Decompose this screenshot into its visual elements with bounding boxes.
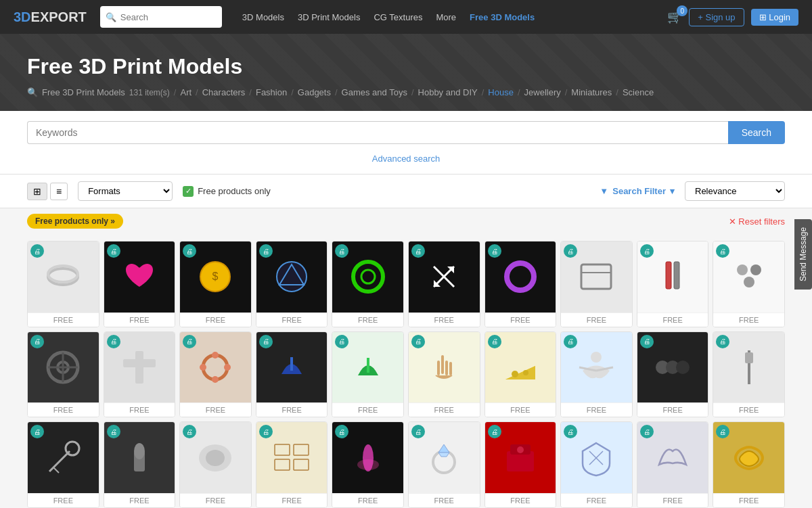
item-count: 131 item(s) [129, 88, 170, 97]
toolbar-right: ▼ Search Filter ▾ Relevance Newest Oldes… [600, 181, 785, 201]
print-badge: 🖨 [564, 335, 577, 348]
svg-rect-58 [294, 444, 309, 455]
svg-rect-59 [294, 459, 309, 470]
product-label: FREE [409, 313, 480, 327]
svg-point-50 [66, 442, 79, 455]
cat-characters[interactable]: Characters [202, 87, 246, 97]
reset-filters-link[interactable]: ✕ Reset filters [729, 216, 785, 227]
advanced-search-link[interactable]: Advanced search [372, 154, 440, 164]
nav-3d-print[interactable]: 3D Print Models [298, 12, 360, 22]
print-badge: 🖨 [488, 244, 501, 258]
free-only-filter[interactable]: ✓ Free products only [183, 186, 271, 197]
send-message-tab[interactable]: Send Message [794, 218, 812, 289]
svg-point-17 [737, 264, 748, 275]
svg-rect-56 [275, 444, 290, 455]
advanced-search-link-container: Advanced search [27, 149, 785, 170]
list-view-button[interactable]: ≡ [50, 183, 68, 200]
product-label: FREE [28, 313, 99, 327]
signup-button[interactable]: + Sign up [689, 8, 744, 26]
keyword-search: Search [27, 121, 785, 144]
product-card[interactable]: 🖨FREE [637, 241, 709, 327]
login-button[interactable]: ⊞ Login [751, 9, 798, 26]
product-card[interactable]: 🖨FREE [713, 421, 785, 508]
header-search-input[interactable] [120, 12, 217, 22]
logo[interactable]: 3DEXPORT [14, 9, 87, 25]
product-card[interactable]: 🖨FREE [484, 241, 557, 327]
cat-house[interactable]: House [488, 87, 514, 97]
nav-more[interactable]: More [436, 12, 456, 22]
product-card[interactable]: 🖨FREE [560, 331, 633, 418]
cart-icon[interactable]: 🛒 0 [667, 9, 682, 24]
product-card[interactable]: 🖨FREE [408, 421, 480, 508]
search-filter-label: Search Filter [612, 186, 666, 196]
product-card[interactable]: 🖨FREE [637, 331, 709, 418]
product-label: FREE [409, 493, 480, 507]
nav-free-3d[interactable]: Free 3D Models [470, 12, 535, 22]
keyword-input[interactable] [27, 121, 728, 144]
main-nav: 3D Models 3D Print Models CG Textures Mo… [242, 12, 535, 22]
product-card[interactable]: 🖨FREE [484, 331, 557, 418]
grid-view-button[interactable]: ⊞ [27, 183, 47, 200]
product-card[interactable]: 🖨FREE [560, 241, 633, 327]
product-card[interactable]: 🖨FREE [560, 421, 633, 508]
cat-gadgets[interactable]: Gadgets [298, 87, 331, 97]
product-card[interactable]: 🖨FREE [332, 331, 404, 418]
svg-point-30 [200, 364, 206, 371]
product-card[interactable]: 🖨FREE [104, 241, 176, 327]
svg-point-39 [512, 371, 518, 377]
cat-science[interactable]: Science [623, 87, 654, 97]
search-icon-bc: 🔍 [27, 87, 38, 97]
view-icons: ⊞ ≡ [27, 183, 68, 200]
banner: Free 3D Print Models 🔍 Free 3D Print Mod… [0, 34, 812, 111]
product-card[interactable]: 🖨FREE [104, 421, 176, 508]
formats-select[interactable]: Formats [78, 181, 173, 201]
product-label: FREE [28, 493, 99, 507]
product-card[interactable]: 🖨FREE [179, 331, 252, 418]
product-card[interactable]: 🖨FREE [256, 331, 328, 418]
free-only-checkbox[interactable]: ✓ [183, 186, 194, 197]
svg-rect-34 [437, 361, 440, 375]
product-card[interactable]: 🖨FREE [408, 331, 480, 418]
chevron-down-icon: ▾ [670, 186, 675, 196]
product-card[interactable]: 🖨FREE [104, 331, 176, 418]
search-button[interactable]: Search [728, 121, 785, 144]
product-card[interactable]: 🖨FREE [408, 241, 480, 327]
cat-hobby[interactable]: Hobby and DIY [418, 87, 478, 97]
active-filters: Free products only » ✕ Reset filters [0, 208, 812, 234]
search-filter-button[interactable]: ▼ Search Filter ▾ [600, 186, 675, 196]
product-card[interactable]: 🖨FREE [637, 421, 709, 508]
product-card[interactable]: 🖨FREE [256, 421, 328, 508]
svg-rect-25 [123, 359, 156, 367]
svg-point-46 [676, 361, 690, 374]
cat-jewellery[interactable]: Jewellery [524, 87, 561, 97]
product-card[interactable]: 🖨FREE [484, 421, 557, 508]
product-card[interactable]: 🖨FREE [713, 331, 785, 418]
cat-fashion[interactable]: Fashion [256, 87, 287, 97]
svg-point-6 [353, 262, 383, 292]
svg-point-67 [517, 446, 524, 453]
free-products-filter-tag[interactable]: Free products only » [27, 214, 123, 229]
product-label: FREE [332, 493, 403, 507]
sort-select[interactable]: Relevance Newest Oldest Price: Low to Hi… [685, 181, 785, 201]
product-card[interactable]: 🖨FREE [332, 241, 404, 327]
nav-3d-models[interactable]: 3D Models [242, 12, 284, 22]
product-card[interactable]: 🖨FREE [256, 241, 328, 327]
product-card[interactable]: 🖨FREE [27, 241, 99, 327]
cat-games[interactable]: Games and Toys [342, 87, 407, 97]
product-card[interactable]: 🖨FREE [713, 241, 785, 327]
cat-art[interactable]: Art [180, 87, 191, 97]
product-card[interactable]: 🖨FREE [332, 421, 404, 508]
nav-cg-textures[interactable]: CG Textures [374, 12, 422, 22]
svg-rect-16 [674, 262, 679, 289]
product-card[interactable]: 🖨FREE [179, 421, 252, 508]
product-card[interactable]: 🖨FREE [27, 421, 99, 508]
svg-marker-63 [438, 444, 449, 453]
product-label: FREE [256, 402, 328, 417]
breadcrumb-home[interactable]: Free 3D Print Models [42, 87, 125, 97]
product-card[interactable]: 🖨FREE [27, 331, 99, 418]
product-card[interactable]: 🖨$FREE [179, 241, 252, 327]
print-badge: 🖨 [640, 335, 654, 348]
svg-point-53 [134, 443, 145, 459]
product-grid: 🖨FREE🖨FREE🖨$FREE🖨FREE🖨FREE🖨FREE🖨FREE🖨FRE… [27, 241, 785, 508]
cat-miniatures[interactable]: Miniatures [571, 87, 612, 97]
